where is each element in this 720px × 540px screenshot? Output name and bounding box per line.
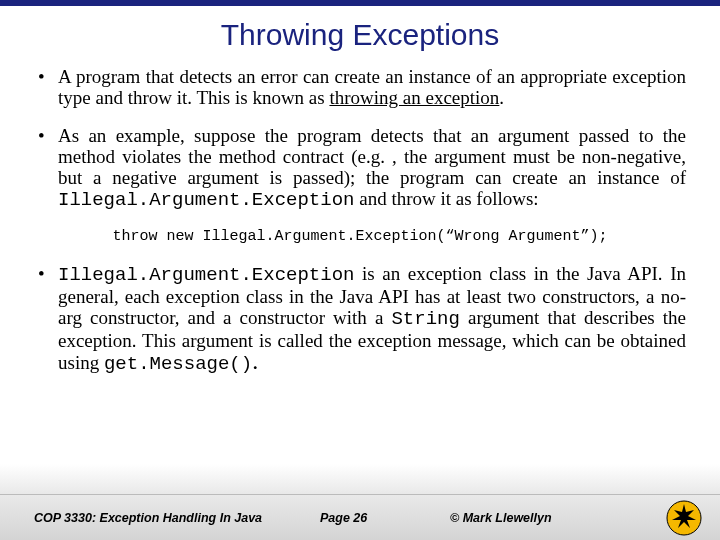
- bullet-3-code3: get.Message(): [104, 353, 252, 375]
- slide: Throwing Exceptions A program that detec…: [0, 0, 720, 540]
- slide-title: Throwing Exceptions: [24, 18, 696, 52]
- bullet-2-text-pre: As an example, suppose the program detec…: [58, 125, 686, 189]
- bullet-list: A program that detects an error can crea…: [24, 66, 696, 212]
- bullet-3-post: .: [252, 348, 258, 374]
- code-sample: throw new Illegal.Argument.Exception(“Wr…: [24, 228, 696, 245]
- bullet-3-code1: Illegal.Argument.Exception: [58, 264, 354, 286]
- bullet-1-underlined: throwing an exception: [329, 87, 499, 108]
- bullet-1: A program that detects an error can crea…: [34, 66, 686, 109]
- footer-bar: COP 3330: Exception Handling In Java Pag…: [0, 494, 720, 540]
- bullet-list-2: Illegal.Argument.Exception is an excepti…: [24, 263, 696, 375]
- bullet-2: As an example, suppose the program detec…: [34, 125, 686, 212]
- bullet-3: Illegal.Argument.Exception is an excepti…: [34, 263, 686, 375]
- fade-gradient: [0, 464, 720, 494]
- footer-course: COP 3330: Exception Handling In Java: [0, 511, 320, 525]
- bullet-2-code: Illegal.Argument.Exception: [58, 189, 354, 211]
- bullet-3-code2: String: [391, 308, 459, 330]
- bullet-2-text-post: and throw it as follows:: [354, 188, 538, 209]
- ucf-logo-icon: [666, 500, 702, 536]
- bullet-1-text-post: .: [499, 87, 504, 108]
- footer-author: © Mark Llewellyn: [450, 511, 620, 525]
- footer-page: Page 26: [320, 511, 450, 525]
